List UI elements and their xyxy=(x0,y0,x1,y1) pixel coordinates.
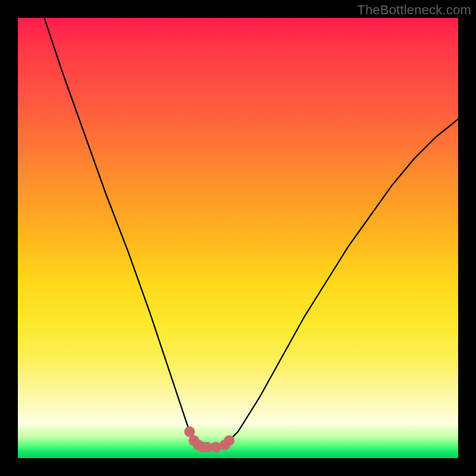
highlight-dot xyxy=(224,435,234,446)
plot-area xyxy=(18,18,458,458)
curve-svg xyxy=(18,18,458,458)
bottleneck-curve xyxy=(44,18,458,447)
watermark-text: TheBottleneck.com xyxy=(357,2,471,18)
highlight-dots xyxy=(184,427,235,453)
chart-frame: TheBottleneck.com xyxy=(0,0,476,476)
